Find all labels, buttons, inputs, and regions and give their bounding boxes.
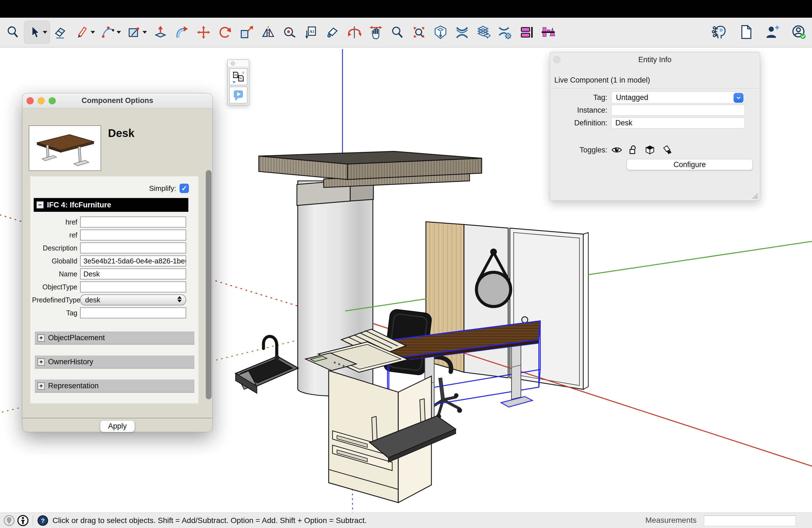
expand-icon[interactable]: + xyxy=(38,382,45,390)
tag-value: Untagged xyxy=(616,93,648,102)
selected-option: desk xyxy=(85,296,100,304)
sink-model[interactable] xyxy=(236,336,298,393)
measurements-input[interactable] xyxy=(704,515,796,526)
panel-divider xyxy=(550,88,760,88)
minimize-button[interactable] xyxy=(38,97,45,104)
select-arrows-icon xyxy=(177,296,182,303)
close-button[interactable] xyxy=(27,97,34,104)
model-info-icon[interactable] xyxy=(17,515,29,526)
name-input[interactable]: Desk xyxy=(80,268,186,279)
field-label: Description xyxy=(32,244,80,252)
simplify-checkbox[interactable]: ✓ xyxy=(179,184,189,193)
tag-label: Tag: xyxy=(550,93,611,102)
chat-play-icon xyxy=(231,88,245,102)
dialog-footer-divider xyxy=(23,418,213,419)
component-options-dialog: Component Options Desk Simplify: ✓ − IFC… xyxy=(22,93,213,432)
visible-eye-icon[interactable] xyxy=(611,144,622,156)
component-thumbnail xyxy=(29,126,101,171)
dialog-title: Component Options xyxy=(82,97,153,105)
expand-icon[interactable]: + xyxy=(38,358,45,366)
predefinedtype-select[interactable]: desk xyxy=(80,294,186,305)
palette-title-bar[interactable] xyxy=(228,60,249,67)
href-input[interactable] xyxy=(80,217,186,228)
tag-dropdown-button[interactable] xyxy=(734,93,743,103)
definition-row: Definition: Desk xyxy=(550,117,760,128)
help-icon[interactable]: ? xyxy=(37,515,48,526)
svg-text:?: ? xyxy=(41,517,45,524)
ifc-section-header[interactable]: − IFC 4: IfcFurniture xyxy=(34,198,188,212)
collapse-icon[interactable]: − xyxy=(37,201,44,208)
section-objectplacement[interactable]: + ObjectPlacement xyxy=(35,332,194,344)
field-row-objecttype: ObjectType xyxy=(32,281,192,292)
field-row-globalid: GlobalId 3e5e4b21-5da6-0e4e-a826-1be6f06… xyxy=(32,255,192,266)
extension-palette: skp ifc 4 xyxy=(227,59,249,105)
definition-label: Definition: xyxy=(550,119,611,127)
section-label: Representation xyxy=(48,382,99,390)
receives-shadows-icon[interactable] xyxy=(661,144,672,156)
casts-shadows-icon[interactable] xyxy=(644,144,655,156)
svg-text:4: 4 xyxy=(242,71,244,75)
field-label: href xyxy=(32,218,80,226)
dialog-scrollbar[interactable] xyxy=(206,170,212,399)
resize-handle[interactable] xyxy=(751,192,758,200)
section-label: ObjectPlacement xyxy=(48,334,105,342)
field-label: Tag xyxy=(32,309,80,317)
feedback-button[interactable] xyxy=(229,86,247,104)
globalid-input[interactable]: 3e5e4b21-5da6-0e4e-a826-1be6f066bd xyxy=(80,255,186,266)
field-row-predefinedtype: PredefinedType desk xyxy=(32,294,192,305)
tag-row: Tag: Untagged xyxy=(550,91,760,104)
geolocation-icon[interactable] xyxy=(3,515,15,526)
status-divider xyxy=(33,515,33,526)
file-convert-icon: skp ifc 4 xyxy=(231,70,245,84)
expand-icon[interactable]: + xyxy=(38,334,45,342)
measurements-label: Measurements xyxy=(646,516,697,525)
description-input[interactable] xyxy=(80,243,186,253)
chevron-down-icon xyxy=(736,95,741,101)
instance-label: Instance: xyxy=(550,106,611,115)
ref-input[interactable] xyxy=(80,230,186,240)
svg-text:ifc: ifc xyxy=(240,77,242,80)
tag-dropdown[interactable]: Untagged xyxy=(611,91,745,104)
door-handle xyxy=(522,317,528,323)
field-row-href: href xyxy=(32,217,192,228)
apply-button[interactable]: Apply xyxy=(100,420,135,432)
simplify-label: Simplify: xyxy=(149,184,176,193)
skp-to-ifc-button[interactable]: skp ifc 4 xyxy=(229,68,247,85)
field-row-ref: ref xyxy=(32,230,192,240)
field-row-tag: Tag xyxy=(32,307,192,318)
entity-info-panel: Entity Info Live Component (1 in model) … xyxy=(550,52,760,201)
field-label: GlobalId xyxy=(32,257,80,265)
toggles-row: Toggles: xyxy=(550,144,760,156)
dialog-title-bar[interactable]: Component Options xyxy=(23,93,213,108)
palette-circle-icon xyxy=(231,61,235,66)
panel-title: Entity Info xyxy=(550,56,760,64)
field-row-description: Description xyxy=(32,243,192,253)
component-options-form: Simplify: ✓ − IFC 4: IfcFurniture href r… xyxy=(30,176,199,404)
maximize-button[interactable] xyxy=(48,97,56,104)
entity-type-label: Live Component (1 in model) xyxy=(554,76,650,85)
ifc-header-label: IFC 4: IfcFurniture xyxy=(47,201,111,209)
instance-row: Instance: xyxy=(550,105,760,116)
section-representation[interactable]: + Representation xyxy=(35,379,194,393)
desk-thumbnail-image xyxy=(29,126,101,171)
field-label: ref xyxy=(32,231,80,239)
definition-input[interactable]: Desk xyxy=(611,117,745,128)
field-row-name: Name Desk xyxy=(32,268,192,279)
instance-input[interactable] xyxy=(611,105,745,116)
field-label: ObjectType xyxy=(32,283,80,291)
configure-button[interactable]: Configure xyxy=(627,159,753,170)
svg-text:skp: skp xyxy=(234,73,238,76)
objecttype-input[interactable] xyxy=(80,281,186,292)
toggles-label: Toggles: xyxy=(550,146,611,155)
status-bar: ? Click or drag to select objects. Shift… xyxy=(0,513,812,528)
field-label: Name xyxy=(32,270,80,278)
status-hint-text: Click or drag to select objects. Shift =… xyxy=(53,516,367,525)
unlocked-padlock-icon[interactable] xyxy=(628,144,639,156)
component-name-heading: Desk xyxy=(108,127,134,140)
section-ownerhistory[interactable]: + OwnerHistory xyxy=(35,355,194,369)
sketchup-window: skp ifc 4 xyxy=(0,0,812,528)
section-label: OwnerHistory xyxy=(48,357,93,366)
tag-input[interactable] xyxy=(80,307,186,318)
field-label: PredefinedType xyxy=(32,296,80,304)
